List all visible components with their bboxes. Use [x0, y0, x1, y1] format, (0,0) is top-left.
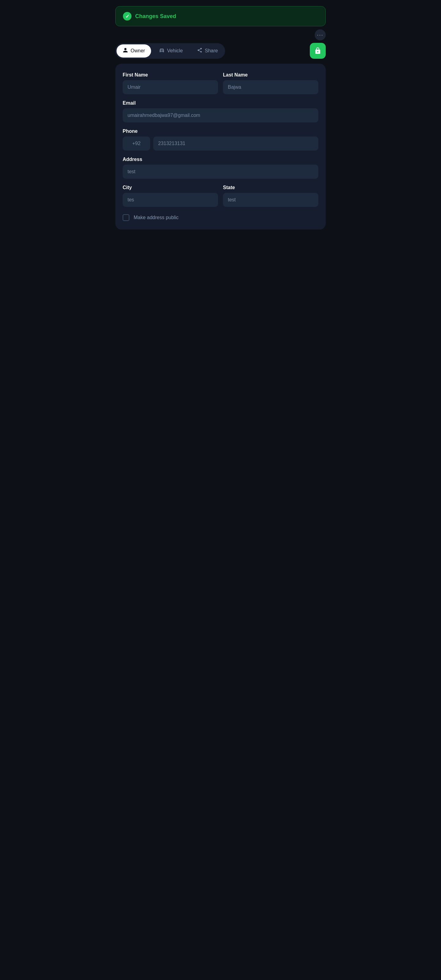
- more-options-icon[interactable]: ···: [315, 29, 326, 40]
- last-name-group: Last Name: [223, 72, 318, 94]
- vehicle-icon: [159, 48, 165, 54]
- first-name-group: First Name: [123, 72, 218, 94]
- first-name-label: First Name: [123, 72, 218, 78]
- success-icon: [123, 12, 132, 21]
- phone-code-input[interactable]: [123, 137, 150, 151]
- first-name-input[interactable]: [123, 80, 218, 94]
- tab-navigation: Owner Vehicle: [115, 43, 326, 59]
- phone-label: Phone: [123, 129, 318, 134]
- city-state-row: City State: [123, 185, 318, 207]
- top-hint: ···: [115, 26, 326, 43]
- state-input[interactable]: [223, 193, 318, 207]
- state-group: State: [223, 185, 318, 207]
- tab-vehicle-label: Vehicle: [167, 48, 183, 54]
- tab-share-label: Share: [205, 48, 218, 54]
- svg-point-0: [160, 50, 161, 51]
- make-address-public-row: Make address public: [123, 214, 318, 221]
- phone-input-row: [123, 137, 318, 151]
- city-label: City: [123, 185, 218, 190]
- last-name-label: Last Name: [223, 72, 318, 78]
- email-group: Email: [123, 100, 318, 123]
- state-label: State: [223, 185, 318, 190]
- address-input[interactable]: [123, 165, 318, 179]
- tab-group: Owner Vehicle: [115, 43, 225, 59]
- address-label: Address: [123, 157, 318, 162]
- lock-icon: [314, 47, 321, 54]
- last-name-input[interactable]: [223, 80, 318, 94]
- tab-owner[interactable]: Owner: [116, 45, 151, 57]
- tab-vehicle[interactable]: Vehicle: [153, 45, 189, 57]
- share-icon: [197, 48, 203, 54]
- success-text: Changes Saved: [135, 13, 176, 19]
- lock-button[interactable]: [310, 43, 326, 59]
- form-card: First Name Last Name Email Phone Address: [115, 64, 326, 229]
- tab-share[interactable]: Share: [191, 45, 224, 57]
- email-input[interactable]: [123, 108, 318, 123]
- tab-owner-label: Owner: [130, 48, 145, 54]
- name-row: First Name Last Name: [123, 72, 318, 94]
- owner-icon: [123, 48, 128, 54]
- phone-number-input[interactable]: [153, 137, 318, 151]
- city-input[interactable]: [123, 193, 218, 207]
- make-address-public-checkbox[interactable]: [123, 214, 129, 221]
- make-address-public-label: Make address public: [134, 215, 179, 220]
- email-label: Email: [123, 100, 318, 106]
- phone-group: Phone: [123, 129, 318, 151]
- success-banner: Changes Saved: [115, 6, 326, 26]
- city-group: City: [123, 185, 218, 207]
- address-group: Address: [123, 157, 318, 179]
- svg-point-1: [162, 50, 163, 51]
